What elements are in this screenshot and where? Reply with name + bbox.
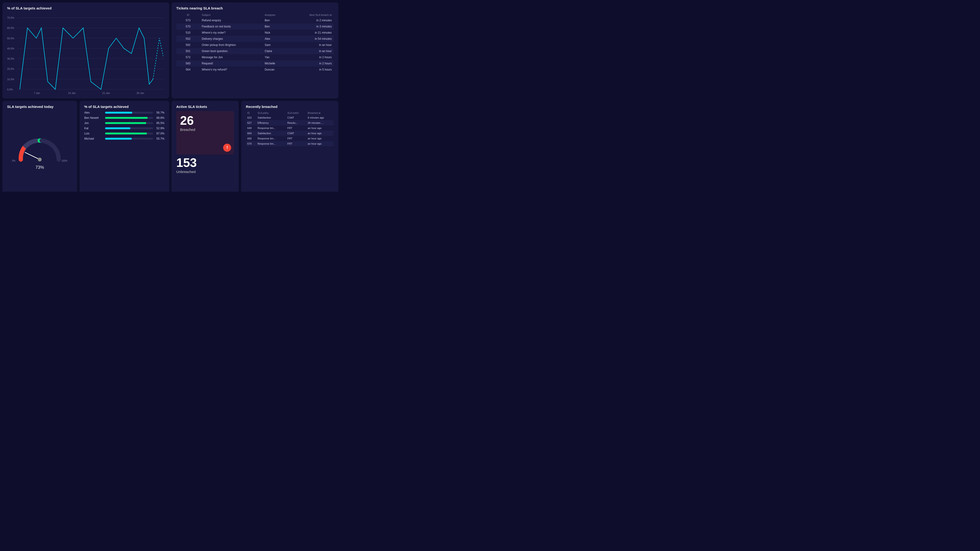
tickets-nearing-sla-card: Tickets nearing SLA breach ID Subject As… (172, 2, 338, 99)
ticket-subject: Delivery charges (200, 36, 263, 42)
ticket-subject: Order pickup from Brighton (200, 42, 263, 48)
svg-text:30.0%: 30.0% (7, 57, 14, 60)
recent-policy: Efficiency (256, 120, 286, 126)
recent-id: 665 (246, 136, 256, 141)
gauge-title: SLA targets achieved today (7, 105, 54, 108)
ticket-subject: Refund enquiry (200, 17, 263, 24)
bar-pct: 56.7% (155, 111, 164, 114)
bar-fill (105, 122, 146, 124)
gauge-max-label: 100% (62, 159, 68, 162)
ticket-assignee: Alex (263, 36, 294, 42)
bar-agent-name: Jon (84, 121, 103, 125)
bar-row: Ben Newell 88.8% (84, 116, 164, 119)
tickets-table-row: 560 Request! Michelle in 2 hours (176, 61, 334, 67)
bar-pct: 52.9% (155, 127, 164, 130)
bar-track (105, 127, 153, 129)
gauge-value: 73% (35, 161, 44, 171)
recent-time: 34 minutes ... (306, 120, 334, 126)
bar-pct: 85.5% (155, 121, 164, 125)
svg-text:28 Jan: 28 Jan (137, 92, 144, 94)
tickets-card-title: Tickets nearing SLA breach (176, 6, 334, 10)
bar-track (105, 122, 153, 124)
ticket-time: in 3 minutes (294, 24, 334, 30)
recent-table-row: 627 Efficiency Resolu... 34 minutes ... (246, 120, 334, 126)
ticket-subject: Feedback on red boots (200, 24, 263, 30)
ticket-id: 573 (176, 17, 200, 24)
ticket-id: 560 (176, 61, 200, 67)
sla-line-chart-card: % of SLA targets achieved 70.0% 60.0% 50… (2, 2, 169, 99)
ticket-id: 564 (176, 67, 200, 73)
svg-text:10.0%: 10.0% (7, 78, 14, 81)
ticket-id: 570 (176, 24, 200, 30)
recent-metric: FRT (286, 141, 306, 146)
recent-metric: CSAT (286, 115, 306, 120)
bottom-row: SLA targets achieved today (2, 101, 338, 192)
bar-fill (105, 138, 132, 140)
bar-agent-name: Kat (84, 127, 103, 130)
tickets-table: ID Subject Assignee Next SLA breach at 5… (176, 13, 334, 73)
tickets-table-row: 552 Delivery charges Alex in 54 minutes (176, 36, 334, 42)
svg-text:0.0%: 0.0% (7, 88, 13, 91)
recent-metric: FRT (286, 126, 306, 131)
recent-time: an hour ago (306, 126, 334, 131)
gauge-unit: % (40, 165, 44, 170)
gauge-svg (16, 134, 64, 162)
active-sla-card: Active SLA tickets 26 Breached ! 153 Unb… (172, 101, 239, 192)
ticket-subject: Green boot question. (200, 48, 263, 54)
recent-time: an hour ago (306, 141, 334, 146)
recent-id: 640 (246, 126, 256, 131)
recent-time: an hour ago (306, 136, 334, 141)
bar-pct: 88.8% (155, 116, 164, 119)
tickets-table-row: 570 Feedback on red boots Ben in 3 minut… (176, 24, 334, 30)
ticket-subject: Where's my order? (200, 30, 263, 36)
recent-table-row: 665 Response tim... FRT an hour ago (246, 136, 334, 141)
col-header-subject: Subject (200, 13, 263, 17)
ticket-id: 552 (176, 36, 200, 42)
recent-table-row: 622 Satisfaction CSAT 6 minutes ago (246, 115, 334, 120)
ticket-id: 510 (176, 30, 200, 36)
ticket-assignee: Ben (263, 17, 294, 24)
bar-chart-rows: Alex 56.7% Ben Newell 88.8% Jon 85.5% Ka… (84, 111, 164, 140)
ticket-time: in 2 minutes (294, 17, 334, 24)
recent-table-row: 664 Satisfaction CSAT an hour ago (246, 131, 334, 136)
bar-fill (105, 117, 148, 119)
ticket-time: in 2 hours (294, 61, 334, 67)
svg-text:14 Jan: 14 Jan (68, 92, 75, 94)
recently-breached-card: Recently breached ID SLA policy SLA metr… (241, 101, 338, 192)
recent-id: 664 (246, 131, 256, 136)
ticket-subject: Message for Jon (200, 54, 263, 61)
bar-row: Kat 52.9% (84, 127, 164, 130)
recent-col-time: Breached at (306, 111, 334, 115)
bar-agent-name: Michael (84, 137, 103, 140)
recent-metric: CSAT (286, 131, 306, 136)
recent-id: 622 (246, 115, 256, 120)
unbreached-number: 153 (176, 156, 234, 169)
tickets-table-row: 572 Message for Jon Yan in 2 hours (176, 54, 334, 61)
svg-text:60.0%: 60.0% (7, 27, 14, 29)
svg-text:50.0%: 50.0% (7, 37, 14, 40)
bar-track (105, 112, 153, 114)
alert-icon: ! (223, 144, 231, 152)
gauge-container: 0% 100% 73% (7, 111, 72, 192)
col-header-id: ID (176, 13, 200, 17)
bar-row: Alex 56.7% (84, 111, 164, 114)
bar-pct: 87.0% (155, 132, 164, 135)
ticket-time: in 2 hours (294, 54, 334, 61)
svg-text:7 Jan: 7 Jan (34, 92, 40, 94)
svg-text:21 Jan: 21 Jan (102, 92, 110, 94)
bar-track (105, 132, 153, 134)
recent-table-row: 640 Response tim... FRT an hour ago (246, 126, 334, 131)
bar-row: Luis 87.0% (84, 132, 164, 135)
tickets-table-row: 573 Refund enquiry Ben in 2 minutes (176, 17, 334, 24)
recent-metric: Resolu... (286, 120, 306, 126)
bar-track (105, 117, 153, 119)
recent-col-metric: SLA metric (286, 111, 306, 115)
gauge-min-label: 0% (12, 159, 15, 162)
bar-fill (105, 112, 132, 114)
recently-breached-table: ID SLA policy SLA metric Breached at 622… (246, 111, 334, 146)
breached-label: Breached (180, 127, 230, 132)
tickets-table-row: 564 Where's my refund? Duncan in 5 hours (176, 67, 334, 73)
recent-policy: Satisfaction (256, 131, 286, 136)
sla-chart-title: % of SLA targets achieved (7, 6, 164, 10)
svg-line-20 (25, 153, 40, 159)
